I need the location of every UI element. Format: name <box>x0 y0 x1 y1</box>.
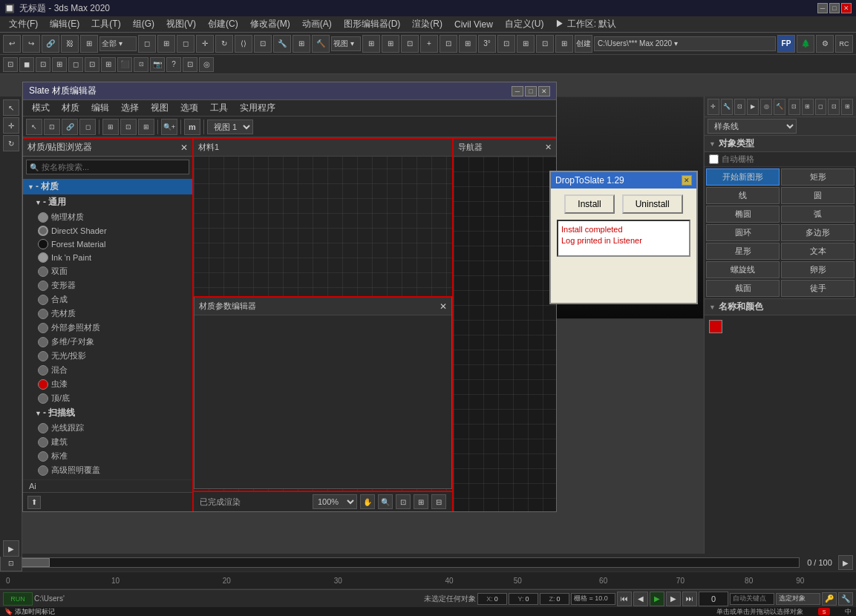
link-btn[interactable]: 🔗 <box>42 35 59 53</box>
slate-menu-select[interactable]: 选择 <box>115 100 145 116</box>
drop-install-btn[interactable]: Install <box>564 194 614 214</box>
select-btn[interactable]: ◻ <box>138 35 156 53</box>
slate-tb-nav[interactable]: ⊡ <box>120 119 137 135</box>
move-btn[interactable]: ✛ <box>196 35 214 53</box>
navigator-body[interactable] <box>454 157 556 511</box>
snaps-toggle-btn[interactable]: ⊡ <box>0 555 22 571</box>
view-select[interactable]: 视图 ▾ <box>331 36 361 51</box>
shape-btn-line[interactable]: 线 <box>706 187 780 204</box>
mat-item-multi[interactable]: 多维/子对象 <box>23 335 192 349</box>
rotate-btn[interactable]: ↻ <box>215 35 233 53</box>
shape-btn-ellipse[interactable]: 椭圆 <box>706 206 780 223</box>
left-tb-move-btn[interactable]: ✛ <box>3 117 19 134</box>
shape-btn-section[interactable]: 截面 <box>706 280 780 297</box>
menu-modifier[interactable]: 修改器(M) <box>244 16 296 32</box>
close-button[interactable]: ✕ <box>841 3 852 13</box>
shape-btn-ring[interactable]: 圆环 <box>706 224 780 241</box>
rca-btn[interactable]: RC <box>835 35 853 53</box>
zoom-tool-btn[interactable]: 🔍 <box>378 494 393 509</box>
menu-render[interactable]: 渲染(R) <box>406 16 448 32</box>
menu-graph-editor[interactable]: 图形编辑器(D) <box>338 16 407 32</box>
menu-create[interactable]: 创建(C) <box>202 16 244 32</box>
misc3-btn[interactable]: ⊡ <box>401 35 419 53</box>
misc5-btn[interactable]: ⊡ <box>440 35 457 53</box>
menu-customize[interactable]: 自定义(U) <box>499 16 550 32</box>
cmd-misc2-btn[interactable]: ⊞ <box>802 99 814 115</box>
left-tb-select-btn[interactable]: ↖ <box>3 99 19 116</box>
ref-btn[interactable]: ⊡ <box>254 35 272 53</box>
shape-btn-helix[interactable]: 螺旋线 <box>706 261 780 278</box>
cmd-motion-btn[interactable]: ▶ <box>747 99 759 115</box>
menu-civil[interactable]: Civil View <box>448 18 499 31</box>
tree-section-general-header[interactable]: ▼ - 通用 <box>23 194 192 210</box>
menu-tools[interactable]: 工具(T) <box>85 16 126 32</box>
timeline-slider[interactable] <box>19 557 800 568</box>
tree-section-material-header[interactable]: ▼ - 材质 <box>23 179 192 194</box>
snap2d-btn[interactable]: ⊞ <box>293 35 310 53</box>
play-btn[interactable]: ▶ <box>650 592 664 606</box>
shape-btn-text[interactable]: 文本 <box>781 243 855 260</box>
play-skip-end-btn[interactable]: ⏭ <box>682 592 697 606</box>
mat-item-arch[interactable]: 建筑 <box>23 435 192 449</box>
shape-btn-rect[interactable]: 矩形 <box>781 168 855 186</box>
zoom-all-btn[interactable]: ⊟ <box>431 494 446 509</box>
zoom-sel-btn[interactable]: ⊞ <box>414 494 428 509</box>
misc6-btn[interactable]: ⊞ <box>459 35 477 53</box>
cmd-modify-btn[interactable]: 🔧 <box>721 99 733 115</box>
next-frame-btn[interactable]: ▶ <box>666 592 681 606</box>
select-filter-btn[interactable]: ◻ <box>177 35 195 53</box>
menu-file[interactable]: 文件(F) <box>3 16 44 32</box>
zoom-fit-btn[interactable]: ⊡ <box>396 494 411 509</box>
misc1-btn[interactable]: ⊞ <box>362 35 380 53</box>
slate-minimize-btn[interactable]: ─ <box>512 86 523 96</box>
slate-menu-mode[interactable]: 模式 <box>26 100 56 116</box>
mat-item-xref[interactable]: 外部参照材质 <box>23 321 192 335</box>
slate-menu-edit[interactable]: 编辑 <box>85 100 115 116</box>
cmd-display-btn[interactable]: ◎ <box>760 99 772 115</box>
menu-edit[interactable]: 编辑(E) <box>44 16 85 32</box>
misc10-btn[interactable]: ⊞ <box>555 35 573 53</box>
slate-menu-material[interactable]: 材质 <box>56 100 85 116</box>
mat-item-physical[interactable]: 物理材质 <box>23 210 192 224</box>
shape-btn-polygon[interactable]: 多边形 <box>781 224 855 241</box>
tree-section-scanline-header[interactable]: ▼ - 扫描线 <box>23 405 192 421</box>
left-tb-expand-btn[interactable]: ▶ <box>3 540 19 557</box>
shape-btn-freehand[interactable]: 徒手 <box>781 280 855 297</box>
sample-select[interactable]: 样条线 <box>708 119 797 134</box>
auto-grid-checkbox[interactable] <box>709 154 719 164</box>
mat-item-raytrace[interactable]: 光线跟踪 <box>23 421 192 435</box>
unlink-btn[interactable]: ⛓ <box>61 35 79 53</box>
cmd-misc5-btn[interactable]: ⊞ <box>841 99 853 115</box>
slate-tb-zoom-in[interactable]: 🔍+ <box>161 119 177 135</box>
slate-tb-m[interactable]: m <box>184 119 200 135</box>
menu-animation[interactable]: 动画(A) <box>296 16 338 32</box>
tb2-btn11[interactable]: ? <box>166 57 181 72</box>
add-time-marker-btn[interactable]: 🔖 添加时间标记 <box>4 607 55 617</box>
slate-tb-link[interactable]: 🔗 <box>62 119 78 135</box>
redo-btn[interactable]: ↪ <box>22 35 40 53</box>
shape-btn-star[interactable]: 星形 <box>706 243 780 260</box>
chain-btn[interactable]: ⊞ <box>80 35 98 53</box>
set-keys-btn[interactable]: 选定对象 <box>776 593 820 605</box>
navigator-close[interactable]: ✕ <box>545 142 552 152</box>
run-label[interactable]: RUN <box>3 592 33 606</box>
key-filter-btn[interactable]: 🔧 <box>838 592 853 606</box>
select-all-dropdown[interactable]: 全部 ▾ <box>99 36 137 51</box>
mat-item-directx[interactable]: DirectX Shader <box>23 224 192 237</box>
tb2-btn5[interactable]: ◻ <box>68 57 83 72</box>
create-btn[interactable]: 🔨 <box>312 35 330 53</box>
shape-btn-new-shape[interactable]: 开始新图形 <box>706 168 780 186</box>
name-color-header[interactable]: ▼ 名称和颜色 <box>705 299 856 315</box>
mat-item-shell[interactable]: 壳材质 <box>23 307 192 321</box>
tb2-btn4[interactable]: ⊞ <box>52 57 67 72</box>
slate-menu-options[interactable]: 选项 <box>174 100 204 116</box>
shape-btn-egg[interactable]: 卵形 <box>781 261 855 278</box>
mat-item-blend[interactable]: 混合 <box>23 363 192 377</box>
mat-params-close[interactable]: ✕ <box>440 301 447 312</box>
tb2-btn7[interactable]: ⊞ <box>101 57 116 72</box>
slate-tb-node[interactable]: ⊡ <box>44 119 60 135</box>
tb2-btn12[interactable]: ⊡ <box>183 57 197 72</box>
tb2-btn8[interactable]: ⬛ <box>117 57 132 72</box>
slate-tb-arrow[interactable]: ↖ <box>26 119 42 135</box>
slate-viewport[interactable]: 材料1 材质参数编辑器 ✕ 已完成渲染 100% ✋ 🔍 <box>194 139 452 511</box>
